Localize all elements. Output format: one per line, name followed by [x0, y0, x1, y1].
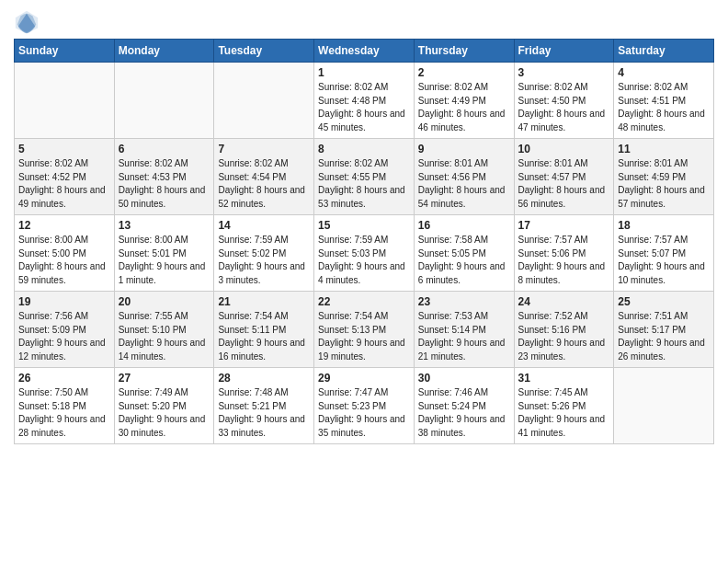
day-cell: 30Sunrise: 7:46 AM Sunset: 5:24 PM Dayli… [414, 368, 514, 444]
day-cell: 4Sunrise: 8:02 AM Sunset: 4:51 PM Daylig… [614, 63, 714, 139]
day-info: Sunrise: 7:59 AM Sunset: 5:03 PM Dayligh… [318, 234, 410, 287]
day-info: Sunrise: 7:45 AM Sunset: 5:26 PM Dayligh… [518, 386, 610, 440]
day-info: Sunrise: 7:51 AM Sunset: 5:17 PM Dayligh… [618, 310, 710, 363]
day-cell [15, 63, 115, 139]
day-cell: 31Sunrise: 7:45 AM Sunset: 5:26 PM Dayli… [514, 368, 614, 444]
day-cell: 18Sunrise: 7:57 AM Sunset: 5:07 PM Dayli… [614, 215, 714, 292]
day-number: 9 [418, 143, 510, 155]
day-info: Sunrise: 7:52 AM Sunset: 5:16 PM Dayligh… [518, 310, 610, 363]
day-number: 10 [518, 143, 610, 155]
day-number: 20 [119, 295, 210, 308]
day-cell: 17Sunrise: 7:57 AM Sunset: 5:06 PM Dayli… [514, 215, 614, 292]
day-number: 19 [18, 295, 110, 308]
day-number: 23 [418, 295, 510, 308]
week-row: 1Sunrise: 8:02 AM Sunset: 4:48 PM Daylig… [15, 63, 714, 139]
day-cell: 9Sunrise: 8:01 AM Sunset: 4:56 PM Daylig… [414, 139, 514, 215]
day-number: 25 [618, 295, 710, 308]
day-number: 16 [418, 219, 510, 232]
day-number: 29 [318, 372, 410, 385]
day-info: Sunrise: 7:57 AM Sunset: 5:07 PM Dayligh… [618, 234, 710, 287]
day-info: Sunrise: 8:02 AM Sunset: 4:52 PM Dayligh… [18, 157, 110, 211]
day-number: 7 [218, 143, 310, 155]
day-info: Sunrise: 8:01 AM Sunset: 4:56 PM Dayligh… [418, 157, 510, 211]
day-cell: 6Sunrise: 8:02 AM Sunset: 4:53 PM Daylig… [114, 139, 214, 215]
day-number: 3 [518, 66, 610, 79]
day-number: 24 [518, 295, 610, 308]
day-number: 27 [119, 372, 210, 385]
day-number: 12 [18, 219, 110, 232]
day-number: 2 [418, 66, 510, 79]
weekday-header-row: SundayMondayTuesdayWednesdayThursdayFrid… [15, 40, 714, 63]
day-info: Sunrise: 8:02 AM Sunset: 4:50 PM Dayligh… [518, 81, 610, 134]
day-cell: 5Sunrise: 8:02 AM Sunset: 4:52 PM Daylig… [15, 139, 115, 215]
day-cell: 12Sunrise: 8:00 AM Sunset: 5:00 PM Dayli… [15, 215, 115, 292]
day-cell: 20Sunrise: 7:55 AM Sunset: 5:10 PM Dayli… [114, 292, 214, 368]
weekday-header: Wednesday [314, 40, 415, 63]
day-info: Sunrise: 8:00 AM Sunset: 5:01 PM Dayligh… [119, 234, 210, 287]
day-info: Sunrise: 7:47 AM Sunset: 5:23 PM Dayligh… [318, 386, 410, 440]
day-cell [114, 63, 214, 139]
day-cell: 19Sunrise: 7:56 AM Sunset: 5:09 PM Dayli… [15, 292, 115, 368]
day-number: 31 [518, 372, 610, 385]
day-cell [614, 368, 714, 444]
weekday-header: Tuesday [214, 40, 314, 63]
week-row: 19Sunrise: 7:56 AM Sunset: 5:09 PM Dayli… [15, 292, 714, 368]
day-info: Sunrise: 8:00 AM Sunset: 5:00 PM Dayligh… [18, 234, 110, 287]
day-cell: 28Sunrise: 7:48 AM Sunset: 5:21 PM Dayli… [214, 368, 314, 444]
day-info: Sunrise: 8:01 AM Sunset: 4:57 PM Dayligh… [518, 157, 610, 211]
day-info: Sunrise: 7:55 AM Sunset: 5:10 PM Dayligh… [119, 310, 210, 363]
day-info: Sunrise: 7:48 AM Sunset: 5:21 PM Dayligh… [218, 386, 310, 440]
day-info: Sunrise: 7:59 AM Sunset: 5:02 PM Dayligh… [218, 234, 310, 287]
day-cell [214, 63, 314, 139]
week-row: 26Sunrise: 7:50 AM Sunset: 5:18 PM Dayli… [15, 368, 714, 444]
day-info: Sunrise: 8:02 AM Sunset: 4:51 PM Dayligh… [618, 81, 710, 134]
week-row: 12Sunrise: 8:00 AM Sunset: 5:00 PM Dayli… [15, 215, 714, 292]
day-number: 11 [618, 143, 710, 155]
day-number: 4 [618, 66, 710, 79]
weekday-header: Saturday [614, 40, 714, 63]
day-number: 14 [218, 219, 310, 232]
day-cell: 14Sunrise: 7:59 AM Sunset: 5:02 PM Dayli… [214, 215, 314, 292]
day-number: 18 [618, 219, 710, 232]
day-info: Sunrise: 7:54 AM Sunset: 5:13 PM Dayligh… [318, 310, 410, 363]
day-number: 6 [119, 143, 210, 155]
day-cell: 7Sunrise: 8:02 AM Sunset: 4:54 PM Daylig… [214, 139, 314, 215]
day-info: Sunrise: 8:02 AM Sunset: 4:53 PM Dayligh… [119, 157, 210, 211]
day-info: Sunrise: 8:01 AM Sunset: 4:59 PM Dayligh… [618, 157, 710, 211]
day-cell: 21Sunrise: 7:54 AM Sunset: 5:11 PM Dayli… [214, 292, 314, 368]
day-cell: 16Sunrise: 7:58 AM Sunset: 5:05 PM Dayli… [414, 215, 514, 292]
day-info: Sunrise: 8:02 AM Sunset: 4:55 PM Dayligh… [318, 157, 410, 211]
day-number: 28 [218, 372, 310, 385]
day-cell: 23Sunrise: 7:53 AM Sunset: 5:14 PM Dayli… [414, 292, 514, 368]
day-info: Sunrise: 8:02 AM Sunset: 4:54 PM Dayligh… [218, 157, 310, 211]
day-info: Sunrise: 8:02 AM Sunset: 4:49 PM Dayligh… [418, 81, 510, 134]
day-info: Sunrise: 7:49 AM Sunset: 5:20 PM Dayligh… [119, 386, 210, 440]
logo [14, 9, 43, 35]
day-number: 30 [418, 372, 510, 385]
weekday-header: Sunday [15, 40, 115, 63]
day-number: 13 [119, 219, 210, 232]
day-cell: 25Sunrise: 7:51 AM Sunset: 5:17 PM Dayli… [614, 292, 714, 368]
day-number: 22 [318, 295, 410, 308]
day-cell: 1Sunrise: 8:02 AM Sunset: 4:48 PM Daylig… [314, 63, 415, 139]
day-info: Sunrise: 7:58 AM Sunset: 5:05 PM Dayligh… [418, 234, 510, 287]
logo-icon [14, 9, 40, 35]
day-number: 17 [518, 219, 610, 232]
day-info: Sunrise: 7:53 AM Sunset: 5:14 PM Dayligh… [418, 310, 510, 363]
day-info: Sunrise: 7:54 AM Sunset: 5:11 PM Dayligh… [218, 310, 310, 363]
day-info: Sunrise: 7:56 AM Sunset: 5:09 PM Dayligh… [18, 310, 110, 363]
day-cell: 27Sunrise: 7:49 AM Sunset: 5:20 PM Dayli… [114, 368, 214, 444]
page-container: SundayMondayTuesdayWednesdayThursdayFrid… [0, 0, 728, 449]
day-number: 26 [18, 372, 110, 385]
day-number: 8 [318, 143, 410, 155]
day-cell: 3Sunrise: 8:02 AM Sunset: 4:50 PM Daylig… [514, 63, 614, 139]
header [14, 9, 714, 35]
day-cell: 13Sunrise: 8:00 AM Sunset: 5:01 PM Dayli… [114, 215, 214, 292]
weekday-header: Monday [114, 40, 214, 63]
day-cell: 26Sunrise: 7:50 AM Sunset: 5:18 PM Dayli… [15, 368, 115, 444]
day-info: Sunrise: 7:46 AM Sunset: 5:24 PM Dayligh… [418, 386, 510, 440]
day-cell: 2Sunrise: 8:02 AM Sunset: 4:49 PM Daylig… [414, 63, 514, 139]
day-cell: 8Sunrise: 8:02 AM Sunset: 4:55 PM Daylig… [314, 139, 415, 215]
day-info: Sunrise: 7:57 AM Sunset: 5:06 PM Dayligh… [518, 234, 610, 287]
day-number: 21 [218, 295, 310, 308]
